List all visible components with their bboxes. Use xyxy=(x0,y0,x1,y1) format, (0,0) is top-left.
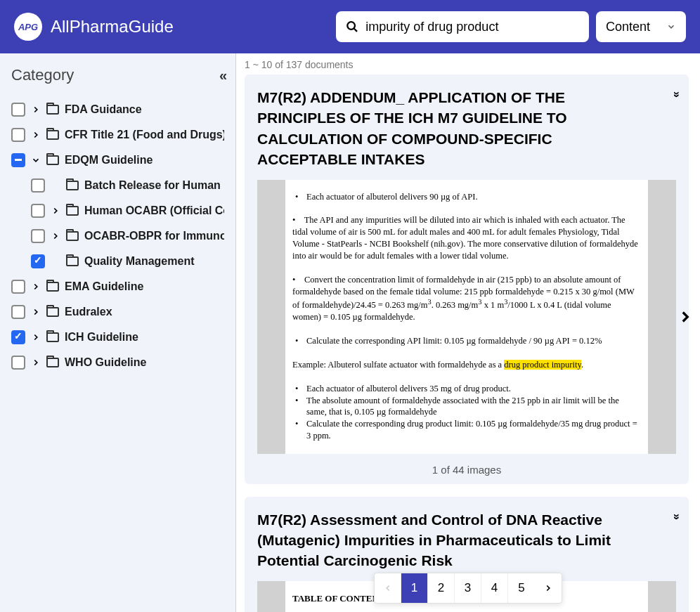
logo-text: AllPharmaGuide xyxy=(51,17,174,37)
category-checkbox[interactable] xyxy=(31,254,45,268)
folder-icon xyxy=(46,105,59,115)
search-box[interactable] xyxy=(336,11,589,42)
result-card: M7(R2) ADDENDUM_ APPLICATION OF THE PRIN… xyxy=(245,74,689,484)
chevron-right-icon[interactable] xyxy=(51,206,60,216)
category-item[interactable]: FDA Guidance xyxy=(11,97,224,122)
chevron-right-icon[interactable] xyxy=(31,130,41,140)
folder-icon xyxy=(46,155,59,165)
dropdown-label: Content xyxy=(606,20,650,34)
category-tree: FDA GuidanceCFR Title 21 (Food and Drugs… xyxy=(11,97,224,375)
category-item[interactable]: WHO Guideline xyxy=(11,350,224,375)
folder-icon xyxy=(66,181,79,190)
sidebar-collapse-button[interactable]: « xyxy=(219,67,224,84)
category-label: WHO Guideline xyxy=(65,356,146,369)
category-checkbox[interactable] xyxy=(11,305,25,319)
search-type-dropdown[interactable]: Content xyxy=(596,11,686,42)
folder-icon xyxy=(46,282,59,292)
folder-icon xyxy=(66,231,79,241)
page-button[interactable]: 1 xyxy=(401,573,428,603)
category-item[interactable]: >Batch Release for Human B xyxy=(11,173,224,198)
category-label: OCABR-OBPR for Immunol xyxy=(84,230,224,242)
category-checkbox[interactable] xyxy=(31,229,45,243)
page-prev-button[interactable] xyxy=(375,573,401,603)
category-checkbox[interactable] xyxy=(11,103,25,117)
category-item[interactable]: EMA Guideline xyxy=(11,274,224,299)
document-preview: Each actuator of albuterol delivers 90 µ… xyxy=(257,180,676,454)
main-content: 1 ~ 10 of 137 documents M7(R2) ADDENDUM_… xyxy=(236,53,700,612)
category-label: Batch Release for Human B xyxy=(84,179,224,192)
category-item[interactable]: CFR Title 21 (Food and Drugs) xyxy=(11,122,224,148)
header: APG AllPharmaGuide Content xyxy=(0,0,700,53)
next-image-button[interactable] xyxy=(676,308,694,326)
category-label: Quality Management xyxy=(84,255,194,268)
folder-icon xyxy=(66,256,79,266)
document-page: Each actuator of albuterol delivers 90 µ… xyxy=(285,180,648,454)
card-collapse-button[interactable]: » xyxy=(670,91,683,96)
chevron-right-icon[interactable] xyxy=(31,105,41,115)
category-label: Human OCABR (Official Cor xyxy=(84,204,224,217)
card-collapse-button[interactable]: » xyxy=(670,514,683,518)
category-label: ICH Guideline xyxy=(65,331,138,344)
category-label: CFR Title 21 (Food and Drugs) xyxy=(65,129,224,141)
category-checkbox[interactable] xyxy=(11,153,25,167)
category-item[interactable]: Human OCABR (Official Cor xyxy=(11,198,224,223)
chevron-right-icon[interactable] xyxy=(31,307,41,317)
highlighted-term: drug product impurity xyxy=(504,360,581,370)
folder-icon xyxy=(46,130,59,140)
category-checkbox[interactable] xyxy=(11,280,25,294)
category-label: EDQM Guideline xyxy=(65,154,153,167)
category-item[interactable]: Eudralex xyxy=(11,299,224,325)
sidebar: Category « FDA GuidanceCFR Title 21 (Foo… xyxy=(0,53,236,612)
page-button[interactable]: 4 xyxy=(481,573,508,603)
results-scroll[interactable]: 1 ~ 10 of 137 documents M7(R2) ADDENDUM_… xyxy=(236,53,700,612)
search-icon xyxy=(346,20,358,34)
page-button[interactable]: 5 xyxy=(508,573,535,603)
category-checkbox[interactable] xyxy=(31,204,45,218)
folder-icon xyxy=(46,332,59,342)
pagination: 12345 xyxy=(374,573,562,604)
folder-icon xyxy=(66,206,79,216)
page-button[interactable]: 2 xyxy=(428,573,455,603)
category-item[interactable]: >Quality Management xyxy=(11,249,224,274)
image-count: 1 of 44 images xyxy=(245,458,689,484)
page-next-button[interactable] xyxy=(535,573,562,603)
logo-icon: APG xyxy=(14,13,42,41)
category-item[interactable]: ICH Guideline xyxy=(11,325,224,350)
category-label: FDA Guidance xyxy=(65,103,142,116)
svg-line-1 xyxy=(354,28,357,32)
folder-icon xyxy=(46,358,59,367)
category-checkbox[interactable] xyxy=(11,330,25,344)
chevron-right-icon[interactable] xyxy=(31,332,41,342)
category-label: EMA Guideline xyxy=(65,280,143,293)
category-label: Eudralex xyxy=(65,306,112,318)
logo[interactable]: APG AllPharmaGuide xyxy=(14,13,174,41)
search-input[interactable] xyxy=(365,20,579,34)
chevron-down-icon[interactable] xyxy=(31,155,41,165)
svg-point-0 xyxy=(347,22,355,30)
chevron-right-icon[interactable] xyxy=(51,231,60,241)
result-title[interactable]: M7(R2) ADDENDUM_ APPLICATION OF THE PRIN… xyxy=(257,87,654,170)
sidebar-title: Category xyxy=(11,66,74,84)
category-item[interactable]: EDQM Guideline xyxy=(11,148,224,173)
folder-icon xyxy=(46,307,59,317)
category-checkbox[interactable] xyxy=(11,128,25,142)
chevron-right-icon[interactable] xyxy=(31,282,41,292)
category-checkbox[interactable] xyxy=(11,356,25,370)
category-item[interactable]: OCABR-OBPR for Immunol xyxy=(11,223,224,249)
chevron-down-icon xyxy=(666,22,676,32)
chevron-right-icon[interactable] xyxy=(31,358,41,367)
page-button[interactable]: 3 xyxy=(455,573,481,603)
result-title[interactable]: M7(R2) Assessment and Control of DNA Rea… xyxy=(257,509,654,571)
category-checkbox[interactable] xyxy=(31,178,45,193)
result-count: 1 ~ 10 of 137 documents xyxy=(245,53,689,74)
